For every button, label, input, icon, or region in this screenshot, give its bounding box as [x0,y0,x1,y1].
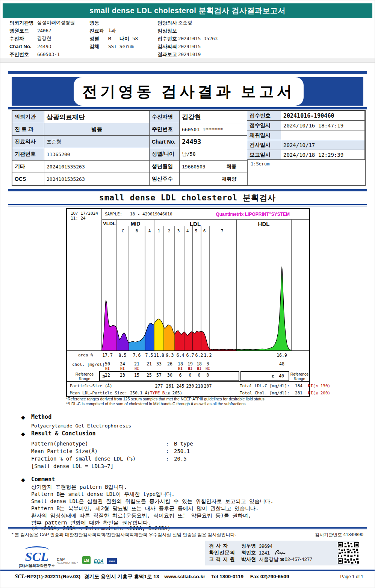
brand-text: Quantimetrix LIPOPRINT [216,212,269,217]
field-value: 20241019 [178,52,201,57]
comment-line: 환자의 임상상태에 따른 적절한 치료(운동요법, 식이요법 또는 약물요법 등… [31,512,251,519]
lipoprint-chart: 10/ 17/2024 11: 24 SAMPLE: 18 - 42901904… [66,208,310,397]
mean-size-label: Mean LDL-Particle Size: [70,391,127,396]
staff-name: 정두영 [241,543,256,549]
lab-address: 경기도 용인시 기흥구 흥덕1로 13 [84,574,159,579]
field-value: 1과 [108,27,116,34]
subband-label: 5 [195,229,198,233]
table-label: 임신주수 [150,173,180,185]
comment-line: Pattern B는 small dense LDL이 우세한 type입니다. [31,491,175,498]
staff-box: 검 사 자 정두영 39694 확인전문의 최민호 1241 고 객 지 원 박… [205,541,358,565]
band-label-vldl: VLDL [102,221,117,226]
reference-box-hdl: ≥ 40 [240,371,289,381]
result-row-fraction: Fraction % of small dense LDL (%):20.5 [31,456,187,462]
area-percent-value: 7.6 [133,353,141,358]
staff-name: 최민호 [241,549,256,556]
table-value: 660503-1****** [180,123,247,136]
table-label: 생년월일 [150,161,180,173]
table-sublabel: 채취량 [222,176,236,182]
document-info: SCL-RP2(1)-202211(Rev.03) 경기도 용인시 기흥구 흥덕… [15,573,289,580]
lab-website: www.scllab.co.kr [164,574,205,579]
result-label: Pattern(phenotype) [31,441,166,447]
footer-top-bar-thin [8,529,367,529]
area-percent-value: 11.8 [154,353,164,358]
table-label: 성별/나이 [150,148,180,161]
mean-size-value: 250.1 Å(TYPE B;≤ 265) [130,391,182,396]
ref-label-line2: Range [290,376,309,381]
table-label: 수진자명 [150,111,180,123]
section-divider-line1 [8,204,367,205]
particle-size-value: 261 [166,383,174,389]
reference-value: 0 [189,373,192,378]
area-percent-value: 17.7 [102,353,113,358]
field-value: 삼성미래여성병원 [37,20,75,26]
table-label: 주민번호 [150,123,180,136]
scl-logo: SCL (재)서울의과학연구소 [16,546,57,568]
chol-value: 3 [207,361,209,367]
cap-accredited-logo: CAP ACCREDITED✓ [57,558,79,564]
mean-value-text: 250.1 Å( [130,391,150,396]
patient-header-col1: 의뢰기관명삼성미래여성병원 병원코드24067 수진자김강현 Chart No.… [9,19,86,58]
chol-row-label: chol. [mg/dl] [72,362,104,367]
total-ldl-label: Total LDL-C [mg/dl]: [240,383,289,388]
staff-phone: 서울강남 ☎02-457-4277 [259,556,312,563]
particle-size-value: 277 [155,383,163,389]
staff-label: 확인전문의 [209,549,241,556]
field-label: 임상정보 [157,27,178,34]
table-value: 2024/10/17 [281,140,365,150]
hi-flag: HI [188,367,192,371]
chol-value: 24 [120,361,125,367]
table-value: 2024/10/18 12:29:39 [281,150,365,160]
field-label: 성별 [89,35,108,42]
field-label: 병동 [89,20,108,26]
chol-value: 21 [134,361,139,367]
report-banner: 전기영동 검사결과 보고서 [12,77,363,106]
reference-value: 57 [156,373,162,378]
chol-value: 18 [178,361,183,367]
cap-logo-subtext: ACCREDITED✓ [57,561,79,564]
total-chol-range: (≤ 200) [313,391,330,396]
area-percent-value: 9.3 [166,353,174,358]
hi-flag: HI [135,367,139,371]
area-percent-value: 6.2 [195,353,203,358]
result-label: Fraction % of small dense LDL (%) [31,456,166,462]
chart-time: 11: 24 [71,216,86,221]
colon: : [166,441,174,447]
brand-text2: SYSTEM [271,212,290,217]
bottom-divider-thin [0,569,375,569]
banner-plate: 전기영동 검사결과 보고서 [74,77,304,106]
patient-header-col2: 병동 진료과1과 성별 M 나이 58 검체SST Serum [89,19,155,50]
particle-size-value: 218 [195,383,203,389]
order-info-table: 의뢰기관 삼광의료재단 수진자명 김강현 진 료 과 병동 주민번호 66050… [12,110,366,186]
result-note: [Small dense LDL = LDL3~7] [31,463,113,469]
page-number: Page 1 of 1 [340,574,363,579]
lab-org-number: 검사기관번호 41349890 [315,532,363,538]
field-label: 결과보고 [157,51,178,58]
diamond-bullet-icon: ◆ [21,414,25,420]
certification-text: * 본 검사실은 CAP 인증과 대한진단검사의학회/진단검사의학재단의 우수검… [12,532,236,538]
field-label: 의뢰기관명 [9,20,37,26]
table-label: OCS [12,173,44,185]
doc-number: -RP2(1)-202211(Rev.03) [25,574,81,579]
chol-value: 18 [197,361,202,367]
hdl-ref-value: 40 [279,373,284,379]
result-value: 20.5 [174,456,187,462]
hi-flag: HI [178,367,183,371]
table-label: 검사일시 [247,140,281,150]
staff-row-reviewer: 확인전문의 최민호 1241 [209,549,354,556]
subband-label: 2 [168,229,171,233]
table-divider-line [67,381,309,382]
subband-label: 1 [158,229,160,233]
scl-logo-subtext: (재)서울의과학연구소 [16,563,57,568]
bottom-address-line: SCL-RP2(1)-202211(Rev.03) 경기도 용인시 기흥구 흥덕… [15,573,363,580]
table-value: 24493 [180,136,247,148]
section-top-bar [8,189,367,191]
reference-value: 22 [105,373,110,378]
table-value: 2024101535263 [44,173,150,185]
subband-label: C [122,229,124,233]
mean-suffix-text: ;≤ 265) [165,391,182,396]
lab-fax: Fax 02)790-6509 [250,574,289,579]
band-label-mid: MID [117,221,154,227]
table-value: 남/58 [180,148,247,161]
colon: : [166,456,174,462]
